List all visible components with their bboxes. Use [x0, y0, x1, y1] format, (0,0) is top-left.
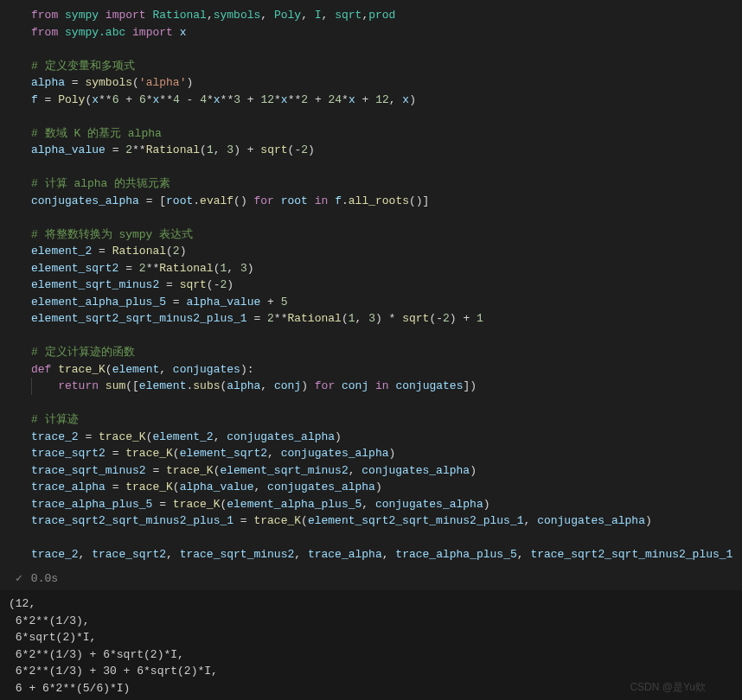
code-line: conjugates_alpha = [root.evalf() for roo… — [31, 193, 742, 210]
code-line: f = Poly(x**6 + 6*x**4 - 4*x**3 + 12*x**… — [31, 92, 742, 109]
code-line: trace_sqrt2_sqrt_minus2_plus_1 = trace_K… — [31, 512, 742, 530]
checkmark-icon: ✓ — [16, 570, 22, 588]
code-line: from sympy.abc import x — [31, 24, 742, 41]
blank-line — [31, 108, 742, 125]
code-line: trace_2 = trace_K(element_2, conjugates_… — [31, 429, 742, 446]
comment-line: # 将整数转换为 sympy 表达式 — [31, 226, 742, 244]
keyword-import: import — [106, 9, 146, 22]
comment-line: # 定义变量和多项式 — [31, 58, 742, 75]
blank-line — [31, 41, 742, 58]
code-line: def trace_K(element, conjugates): — [31, 361, 742, 379]
code-editor[interactable]: from sympy import Rational,symbols, Poly… — [0, 0, 742, 567]
code-line: trace_alpha_plus_5 = trace_K(element_alp… — [31, 496, 742, 513]
code-line: element_2 = Rational(2) — [31, 243, 742, 260]
code-line: alpha = symbols('alpha') — [31, 74, 742, 92]
blank-line — [31, 209, 742, 226]
code-line: trace_sqrt_minus2 = trace_K(element_sqrt… — [31, 462, 742, 480]
code-line: element_sqrt2_sqrt_minus2_plus_1 = 2**Ra… — [31, 310, 742, 328]
code-line: trace_alpha = trace_K(alpha_value, conju… — [31, 479, 742, 496]
code-line: element_sqrt2 = 2**Rational(1, 3) — [31, 260, 742, 277]
comment-line: # 数域 K 的基元 alpha — [31, 125, 742, 143]
keyword-from: from — [31, 9, 58, 22]
blank-line — [31, 159, 742, 176]
blank-line — [31, 395, 742, 412]
blank-line — [31, 328, 742, 345]
execution-time: 0.0s — [31, 570, 58, 588]
comment-line: # 定义计算迹的函数 — [31, 344, 742, 361]
import-items: Rational — [152, 9, 206, 22]
blank-line — [31, 530, 742, 547]
code-line: trace_sqrt2 = trace_K(element_sqrt2, con… — [31, 445, 742, 462]
code-line: alpha_value = 2**Rational(1, 3) + sqrt(-… — [31, 142, 742, 159]
comment-line: # 计算 alpha 的共轭元素 — [31, 175, 742, 193]
code-line: from sympy import Rational,symbols, Poly… — [31, 7, 742, 24]
footer-watermark: CSDN @是Yu欸 — [630, 679, 706, 695]
code-line: trace_2, trace_sqrt2, trace_sqrt_minus2,… — [31, 546, 742, 563]
code-line: element_alpha_plus_5 = alpha_value + 5 — [31, 294, 742, 311]
code-line: return sum([element.subs(alpha, conj) fo… — [31, 378, 742, 395]
comment-line: # 计算迹 — [31, 411, 742, 429]
code-line: element_sqrt_minus2 = sqrt(-2) — [31, 277, 742, 294]
module-name: sympy — [65, 9, 99, 22]
execution-status: ✓ 0.0s — [0, 567, 742, 591]
